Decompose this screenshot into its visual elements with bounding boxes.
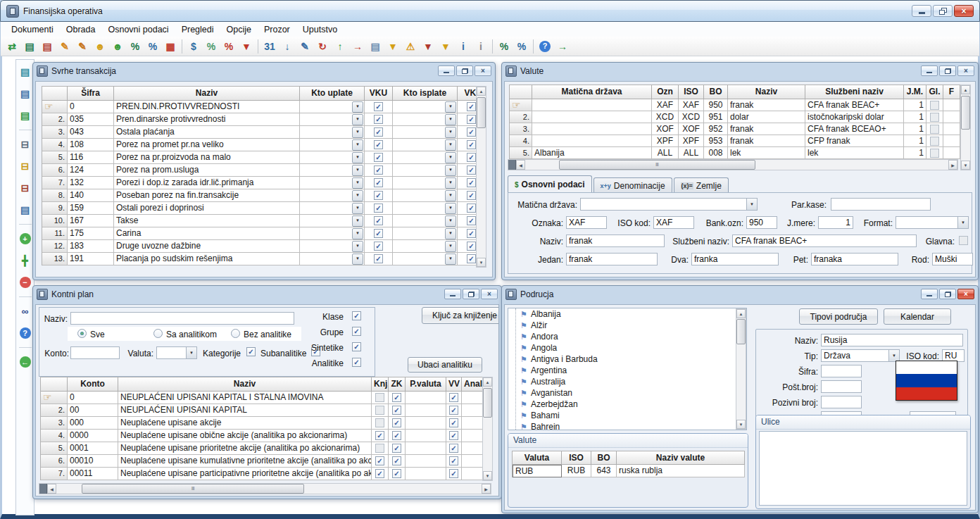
cell-sifra[interactable]: 191 <box>68 253 114 265</box>
ulice-textarea[interactable] <box>759 431 967 506</box>
row-selector[interactable]: 5. <box>510 147 532 159</box>
vv-checkbox[interactable]: ✓ <box>449 456 458 465</box>
analitike-checkbox[interactable] <box>352 358 361 367</box>
save-icon[interactable]: ▤ <box>18 64 33 80</box>
print-icon[interactable]: ⊟ <box>18 137 33 152</box>
vki-checkbox[interactable]: ✓ <box>467 140 476 149</box>
grid-filter-icon[interactable]: ▼ <box>420 38 436 54</box>
vki-checkbox[interactable]: ✓ <box>467 115 476 124</box>
print-quick-icon[interactable]: ⊟ <box>18 158 33 174</box>
cell-naziv[interactable]: PREN.DIN.PROTIVVREDNOSTI <box>114 101 300 113</box>
cell-kto-uplate[interactable]: ▼ <box>300 189 365 202</box>
cell-p-valuta[interactable] <box>406 417 446 430</box>
kontni-titlebar[interactable]: Kontni plan × <box>33 286 501 302</box>
chart-edit-icon[interactable]: ✎ <box>296 38 313 54</box>
menu-item-uputstvo[interactable]: Uputstvo <box>296 23 344 36</box>
cell-kto-isplate[interactable]: ▼ <box>393 177 458 189</box>
row-selector[interactable]: 5. <box>42 151 68 164</box>
menu-item-prozor[interactable]: Prozor <box>258 23 296 36</box>
percent-sheet-icon[interactable]: % <box>203 38 220 54</box>
kto-uplate-dropdown[interactable]: ▼ <box>352 152 363 163</box>
cell-naziv[interactable]: NEUPLAĆENI UPISANI KAPITAL I STALNA IMOV… <box>118 392 372 404</box>
cell-kto-isplate[interactable]: ▼ <box>393 139 458 151</box>
cell-valuta[interactable]: RUB <box>513 465 562 477</box>
table-row[interactable]: 13.191Placanja po sudskim rešenjima▼✓▼✓ <box>42 253 486 265</box>
copy-docs-icon[interactable]: ▤ <box>367 38 384 54</box>
scroll-right-button[interactable]: ▶ <box>948 160 957 170</box>
kto-isplate-dropdown[interactable]: ▼ <box>445 152 456 163</box>
chevron-down-icon[interactable]: ▼ <box>957 217 968 228</box>
cell-sifra[interactable]: 159 <box>68 202 114 215</box>
cell-p-valuta[interactable] <box>406 455 446 468</box>
cell[interactable]: 1 <box>904 99 926 111</box>
menu-item-dokumenti[interactable]: Dokumenti <box>5 23 60 36</box>
vku-checkbox[interactable]: ✓ <box>374 242 383 251</box>
podrucja-titlebar[interactable]: Podrucja × <box>502 286 978 302</box>
cell[interactable]: Albanija <box>532 147 652 159</box>
cell[interactable]: 950 <box>704 99 728 111</box>
cell-sifra[interactable]: 035 <box>68 113 114 126</box>
vki-checkbox[interactable]: ✓ <box>467 216 476 225</box>
table-row[interactable]: 9.159Ostali porezi i doprinosi▼✓▼✓ <box>42 202 486 215</box>
tree-item-al-ir[interactable]: ⚑Alžir <box>508 320 746 331</box>
cell[interactable] <box>532 135 652 147</box>
cell[interactable]: lek <box>728 147 805 159</box>
vki-checkbox[interactable]: ✓ <box>467 229 476 238</box>
kto-uplate-dropdown[interactable]: ▼ <box>352 203 363 214</box>
cell-sifra[interactable]: 183 <box>68 240 114 253</box>
info-icon[interactable]: i <box>455 38 472 54</box>
zk-checkbox[interactable]: ✓ <box>392 431 401 440</box>
scroll-thumb[interactable] <box>736 319 746 344</box>
row-selector[interactable]: 10. <box>42 215 68 227</box>
chevron-down-icon[interactable]: ▼ <box>186 347 196 358</box>
db-save-icon[interactable]: ▤ <box>21 38 38 54</box>
scroll-thumb[interactable]: Ⅲ <box>82 484 304 494</box>
cell-naziv-valute[interactable]: ruska rublja <box>617 465 745 477</box>
cell-naziv[interactable]: Porezi i dop.iz zarada idr.lič.primanja <box>114 177 300 189</box>
cell-iso[interactable]: RUB <box>562 465 591 477</box>
cell-p-valuta[interactable] <box>406 442 446 455</box>
chevron-down-icon[interactable]: ▼ <box>888 350 899 361</box>
bank-ozn-input[interactable] <box>746 216 777 229</box>
row-selector[interactable]: ☞ <box>42 101 68 113</box>
vku-checkbox[interactable]: ✓ <box>374 140 383 149</box>
scroll-right-button[interactable]: ▶ <box>482 484 491 494</box>
gl-checkbox[interactable] <box>930 149 939 158</box>
cell[interactable]: CFP franak <box>805 135 904 147</box>
cell[interactable]: 1 <box>904 147 926 159</box>
cell-kto-uplate[interactable]: ▼ <box>300 202 365 215</box>
kontni-maximize-button[interactable] <box>463 289 479 299</box>
cell-naziv[interactable]: Carina <box>114 227 300 240</box>
scroll-down-button[interactable]: ▼ <box>961 161 970 170</box>
table-row[interactable]: 2.035Pren.dinarske protivvrednosti▼✓▼✓ <box>42 113 486 126</box>
cell-naziv[interactable]: Neuplaćene upisane obične akcije (analit… <box>118 430 372 442</box>
cell-kto-isplate[interactable]: ▼ <box>393 113 458 126</box>
kto-uplate-dropdown[interactable]: ▼ <box>352 177 363 189</box>
cell[interactable]: 1 <box>904 123 926 135</box>
save-all-icon[interactable]: ▤ <box>18 108 33 123</box>
menu-item-obrada[interactable]: Obrada <box>60 23 102 36</box>
row-selector[interactable]: 12. <box>42 240 68 253</box>
cell[interactable]: 008 <box>704 147 728 159</box>
pet-input[interactable] <box>811 253 898 265</box>
book-percent-icon[interactable]: % <box>496 38 513 54</box>
cell[interactable]: 953 <box>704 135 728 147</box>
tree-item-angola[interactable]: ⚑Angola <box>508 342 746 354</box>
naziv-input[interactable] <box>70 312 294 325</box>
table-row[interactable]: ☞XAFXAF950franakCFA franak BEAC+1 <box>510 99 960 111</box>
kto-isplate-dropdown[interactable]: ▼ <box>445 203 456 214</box>
vku-checkbox[interactable]: ✓ <box>374 153 383 162</box>
table-row[interactable]: 4.0000Neuplaćene upisane obične akcije (… <box>41 430 483 442</box>
vku-checkbox[interactable]: ✓ <box>374 127 383 137</box>
cell-sifra[interactable]: 140 <box>68 189 114 202</box>
knj-checkbox[interactable]: ✓ <box>375 469 384 478</box>
podrucja-minimize-button[interactable] <box>921 289 938 299</box>
grupe-checkbox[interactable] <box>352 327 361 336</box>
row-selector[interactable]: 2. <box>42 113 68 126</box>
valute-titlebar[interactable]: Valute × <box>502 63 978 79</box>
svrhe-titlebar[interactable]: Svrhe transakcija × <box>33 63 495 79</box>
scroll-up-button[interactable]: ▲ <box>961 85 970 94</box>
cell-kto-uplate[interactable]: ▼ <box>300 240 365 253</box>
scroll-thumb[interactable] <box>477 97 486 128</box>
rod-input[interactable] <box>932 253 973 265</box>
